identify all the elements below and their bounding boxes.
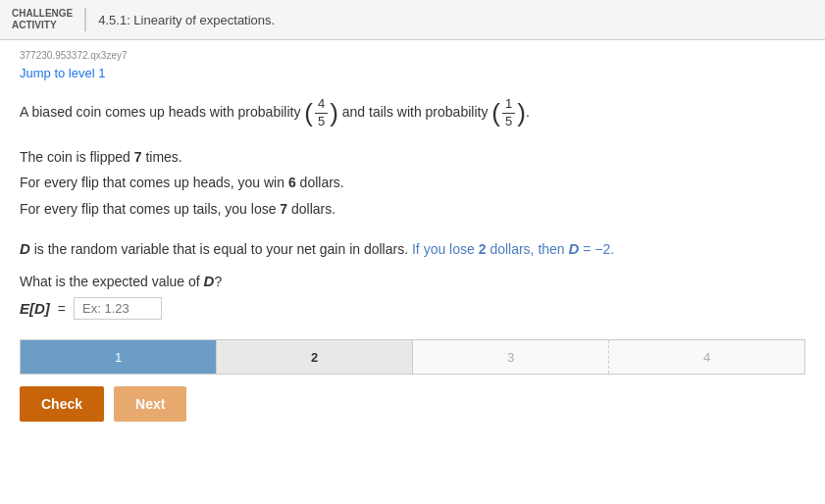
flips-end: times. [145, 149, 181, 165]
dvar-pre-text: is the random variable that is equal to … [34, 241, 408, 257]
flips-pre: The coin is flipped [20, 149, 130, 165]
d-var-question: D [204, 273, 215, 289]
tails-fraction: 1 5 [502, 96, 515, 130]
heads-win-post: dollars. [300, 175, 344, 190]
progress-segment-1[interactable]: 1 [21, 340, 217, 374]
intro-text: A biased coin comes up heads with probab… [20, 104, 300, 120]
progress-segment-3[interactable]: 3 [413, 340, 609, 374]
check-button[interactable]: Check [20, 386, 104, 422]
heads-win-num: 6 [288, 175, 296, 190]
and-tails-text: and tails with probability [342, 104, 489, 120]
tails-lose-post: dollars. [291, 201, 335, 217]
problem-intro: A biased coin comes up heads with probab… [20, 96, 805, 130]
dvar-highlight: If you lose 2 dollars, then D = −2. [412, 241, 614, 257]
heads-fraction-wrap: ( 4 5 ) [304, 96, 338, 130]
main-content: 377230.953372.qx3zey7 Jump to level 1 A … [0, 40, 825, 431]
tails-fraction-wrap: ( 1 5 ) [491, 96, 526, 130]
tails-lose-num: 7 [280, 201, 287, 217]
next-button[interactable]: Next [114, 386, 186, 422]
session-id: 377230.953372.qx3zey7 [20, 50, 805, 61]
challenge-label: CHALLENGE ACTIVITY [12, 8, 86, 31]
dvar-line: D is the random variable that is equal t… [20, 236, 805, 262]
dvar-highlight-num: 2 [479, 241, 487, 257]
button-row: Check Next [20, 386, 805, 422]
progress-segment-4[interactable]: 4 [609, 340, 804, 374]
answer-input[interactable] [74, 297, 162, 320]
jump-to-level-link[interactable]: Jump to level 1 [20, 66, 105, 80]
progress-segment-2[interactable]: 2 [217, 340, 413, 374]
d-variable: D [20, 240, 30, 257]
flips-count: 7 [134, 149, 142, 165]
answer-row: E[D] = [20, 297, 805, 320]
coin-details: The coin is flipped 7 times. For every f… [20, 144, 805, 223]
heads-fraction: 4 5 [315, 96, 328, 130]
answer-label: E[D] [20, 300, 50, 317]
header-title: 4.5.1: Linearity of expectations. [98, 13, 275, 27]
page-header: CHALLENGE ACTIVITY 4.5.1: Linearity of e… [0, 0, 825, 40]
question-line: What is the expected value of D? [20, 273, 805, 289]
heads-win-pre: For every flip that comes up heads, you … [20, 175, 284, 190]
equals-sign: = [58, 301, 66, 317]
progress-bar: 1 2 3 4 [20, 339, 805, 375]
tails-lose-pre: For every flip that comes up tails, you … [20, 201, 276, 217]
